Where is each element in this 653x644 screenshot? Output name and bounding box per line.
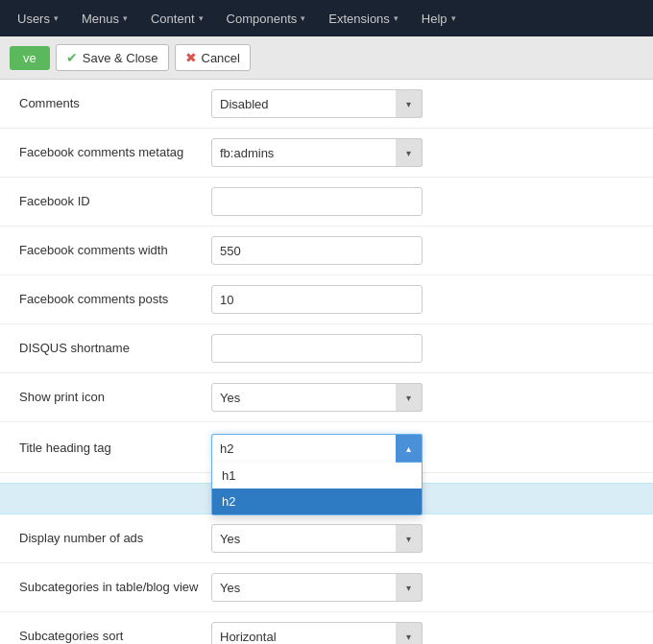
input-fb-width[interactable] xyxy=(211,236,423,265)
label-print-icon: Show print icon xyxy=(19,389,211,406)
form-row-display-ads: Display number of ads Yes No ▾ xyxy=(0,514,653,563)
form-row-fb-metatag: Facebook comments metatag fb:admins ▾ xyxy=(0,129,653,178)
chevron-down-icon: ▾ xyxy=(394,13,399,23)
select-wrap-display-ads: Yes No ▾ xyxy=(211,524,423,553)
chevron-down-icon: ▾ xyxy=(123,13,128,23)
control-heading-tag: h2 ▴ h1 h2 xyxy=(211,434,634,463)
label-fb-width: Facebook comments width xyxy=(19,242,211,259)
label-comments: Comments xyxy=(19,95,211,112)
cancel-button[interactable]: ✖ Cancel xyxy=(175,44,251,71)
nav-label-content: Content xyxy=(151,12,195,26)
select-fb-metatag[interactable]: fb:admins xyxy=(211,138,423,167)
dropdown-option-h2[interactable]: h2 xyxy=(212,489,422,514)
control-comments: Disabled Enabled ▾ xyxy=(211,89,634,118)
nav-label-extensions: Extensions xyxy=(328,12,390,26)
nav-label-menus: Menus xyxy=(82,12,119,26)
control-fb-metatag: fb:admins ▾ xyxy=(211,138,634,167)
control-fb-width xyxy=(211,236,634,265)
dropdown-list-heading-tag: h1 h2 xyxy=(211,463,423,515)
select-subcategories-view[interactable]: Yes No xyxy=(211,573,423,602)
save-label: ve xyxy=(23,51,36,65)
dropdown-heading-tag: h2 ▴ h1 h2 xyxy=(211,434,423,463)
form-row-subcategories-view: Subcategories in table/blog view Yes No … xyxy=(0,563,653,612)
save-button[interactable]: ve xyxy=(10,46,50,70)
dropdown-option-h1[interactable]: h1 xyxy=(212,463,422,489)
dropdown-trigger-heading-tag[interactable]: h2 xyxy=(211,434,423,463)
label-display-ads: Display number of ads xyxy=(19,530,211,547)
x-icon: ✖ xyxy=(185,50,197,65)
select-wrap-print-icon: Yes No ▾ xyxy=(211,383,423,412)
select-print-icon[interactable]: Yes No xyxy=(211,383,423,412)
nav-item-components[interactable]: Components ▾ xyxy=(217,6,316,32)
control-subcategories-view: Yes No ▾ xyxy=(211,573,634,602)
form-row-disqus: DISQUS shortname xyxy=(0,324,653,373)
chevron-down-icon: ▾ xyxy=(301,13,305,23)
label-fb-metatag: Facebook comments metatag xyxy=(19,144,211,161)
chevron-down-icon: ▾ xyxy=(54,13,59,23)
select-wrap-subcategories-view: Yes No ▾ xyxy=(211,573,423,602)
form-row-print-icon: Show print icon Yes No ▾ xyxy=(0,373,653,422)
chevron-up-icon[interactable]: ▴ xyxy=(396,434,423,463)
form-row-fb-width: Facebook comments width xyxy=(0,227,653,275)
cancel-label: Cancel xyxy=(202,51,240,65)
form-row-fb-posts: Facebook comments posts xyxy=(0,275,653,324)
nav-item-extensions[interactable]: Extensions ▾ xyxy=(319,6,408,32)
chevron-down-icon: ▾ xyxy=(451,13,456,23)
label-subcategories-sort: Subcategories sort xyxy=(19,628,211,644)
select-wrap-comments: Disabled Enabled ▾ xyxy=(211,89,423,118)
control-fb-posts xyxy=(211,285,634,314)
label-fb-posts: Facebook comments posts xyxy=(19,291,211,308)
save-close-button[interactable]: ✔ Save & Close xyxy=(56,44,169,71)
control-print-icon: Yes No ▾ xyxy=(211,383,634,412)
control-display-ads: Yes No ▾ xyxy=(211,524,634,553)
nav-label-users: Users xyxy=(17,12,50,26)
nav-item-content[interactable]: Content ▾ xyxy=(141,6,213,32)
nav-item-help[interactable]: Help ▾ xyxy=(412,6,466,32)
control-disqus xyxy=(211,334,634,363)
check-icon: ✔ xyxy=(66,50,78,65)
control-facebook-id xyxy=(211,187,634,216)
control-subcategories-sort: Horizontal Vertical ▾ xyxy=(211,622,634,644)
label-heading-tag: Title heading tag xyxy=(19,434,211,457)
nav-label-help: Help xyxy=(422,12,447,26)
select-wrap-subcategories-sort: Horizontal Vertical ▾ xyxy=(211,622,423,644)
input-fb-posts[interactable] xyxy=(211,285,423,314)
label-subcategories-view: Subcategories in table/blog view xyxy=(19,579,211,596)
chevron-down-icon: ▾ xyxy=(199,13,204,23)
form-row-subcategories-sort: Subcategories sort Horizontal Vertical ▾ xyxy=(0,612,653,644)
nav-label-components: Components xyxy=(227,12,298,26)
form-area: Comments Disabled Enabled ▾ Facebook com… xyxy=(0,80,653,644)
toolbar: ve ✔ Save & Close ✖ Cancel xyxy=(0,36,653,80)
form-row-facebook-id: Facebook ID xyxy=(0,178,653,227)
select-wrap-fb-metatag: fb:admins ▾ xyxy=(211,138,423,167)
input-facebook-id[interactable] xyxy=(211,187,423,216)
nav-item-users[interactable]: Users ▾ xyxy=(8,6,68,32)
select-comments[interactable]: Disabled Enabled xyxy=(211,89,423,118)
nav-item-menus[interactable]: Menus ▾ xyxy=(72,6,137,32)
form-row-heading-tag: Title heading tag h2 ▴ h1 h2 xyxy=(0,422,653,473)
navbar: Users ▾ Menus ▾ Content ▾ Components ▾ E… xyxy=(0,0,653,36)
label-facebook-id: Facebook ID xyxy=(19,193,211,210)
save-close-label: Save & Close xyxy=(83,51,158,65)
dropdown-value-heading-tag: h2 xyxy=(220,441,233,456)
form-row-comments: Comments Disabled Enabled ▾ xyxy=(0,80,653,129)
select-subcategories-sort[interactable]: Horizontal Vertical xyxy=(211,622,423,644)
label-disqus: DISQUS shortname xyxy=(19,340,211,357)
select-display-ads[interactable]: Yes No xyxy=(211,524,423,553)
input-disqus[interactable] xyxy=(211,334,423,363)
